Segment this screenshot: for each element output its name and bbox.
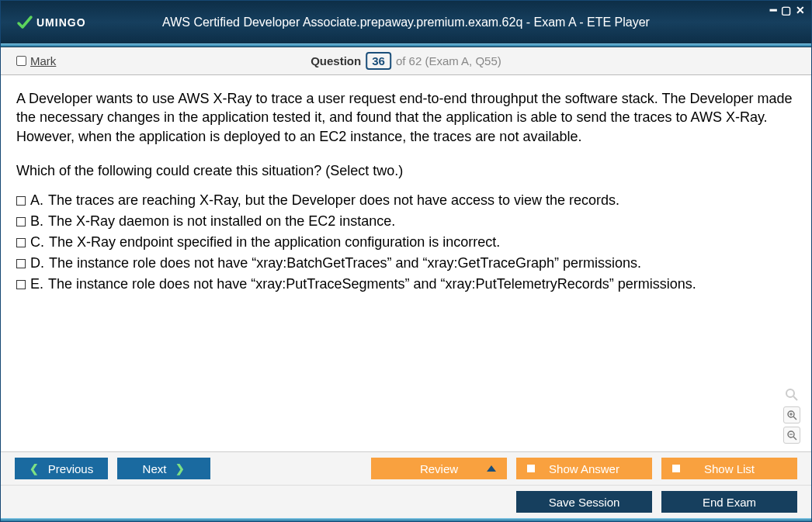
question-instruction: Which of the following could create this… (16, 163, 796, 179)
option-a[interactable]: A. The traces are reaching X-Ray, but th… (16, 190, 796, 211)
show-list-button[interactable]: Show List (661, 458, 797, 479)
stop-icon (527, 465, 535, 472)
mark-checkbox[interactable]: Mark (16, 54, 56, 67)
svg-line-1 (793, 396, 797, 400)
option-text: The instance role does not have “xray:Ba… (49, 255, 641, 271)
option-letter: D. (30, 255, 44, 271)
option-c[interactable]: C. The X-Ray endpoint specified in the a… (16, 232, 796, 253)
end-exam-button[interactable]: End Exam (661, 491, 797, 513)
mark-label: Mark (30, 54, 56, 67)
nav-bar: ❮ Previous Next ❯ Review Show Answer Sho… (1, 451, 811, 485)
maximize-button[interactable]: ▢ (781, 4, 791, 16)
checkbox-icon (16, 196, 26, 206)
question-body: A Developer wants to use AWS X-Ray to tr… (16, 89, 796, 146)
previous-label: Previous (48, 462, 93, 475)
session-bar: Save Session End Exam (1, 485, 811, 518)
svg-line-3 (793, 417, 796, 420)
chevron-right-icon: ❯ (175, 462, 185, 475)
triangle-up-icon (487, 465, 496, 472)
logo-text: UMINGO (36, 16, 86, 29)
option-e[interactable]: E. The instance role does not have “xray… (16, 274, 796, 295)
option-text: The X-Ray daemon is not installed on the… (48, 213, 395, 230)
window-controls: ━ ▢ ✕ (770, 4, 805, 16)
minimize-button[interactable]: ━ (770, 4, 776, 16)
question-of-text: of 62 (Exam A, Q55) (396, 54, 501, 67)
logo: UMINGO (16, 14, 86, 31)
show-answer-button[interactable]: Show Answer (516, 458, 652, 479)
checkbox-icon (16, 56, 26, 66)
next-label: Next (143, 462, 167, 475)
review-label: Review (420, 462, 458, 475)
logo-checkmark-icon (16, 14, 33, 31)
question-bar: Mark Question 36 of 62 (Exam A, Q55) (1, 47, 811, 75)
save-session-label: Save Session (549, 496, 620, 509)
option-b[interactable]: B. The X-Ray daemon is not installed on … (16, 211, 796, 232)
accent-divider-bottom (1, 518, 811, 521)
option-letter: E. (30, 276, 43, 292)
option-text: The traces are reaching X-Ray, but the D… (48, 192, 619, 209)
checkbox-icon (16, 217, 26, 226)
checkbox-icon (16, 238, 26, 247)
end-exam-label: End Exam (703, 496, 756, 509)
save-session-button[interactable]: Save Session (516, 491, 652, 513)
option-letter: B. (30, 213, 43, 230)
svg-point-0 (786, 389, 794, 397)
zoom-controls (783, 386, 800, 444)
question-number-input[interactable]: 36 (366, 52, 391, 70)
options-list: A. The traces are reaching X-Ray, but th… (16, 190, 796, 295)
checkbox-icon (16, 280, 26, 289)
titlebar: UMINGO AWS Certified Developer Associate… (1, 1, 811, 43)
close-button[interactable]: ✕ (796, 4, 805, 16)
checkbox-icon (16, 259, 26, 268)
option-text: The instance role does not have “xray:Pu… (48, 276, 696, 292)
show-answer-label: Show Answer (549, 462, 619, 475)
review-button[interactable]: Review (371, 458, 507, 479)
search-icon[interactable] (783, 386, 800, 403)
question-content: A Developer wants to use AWS X-Ray to tr… (1, 75, 811, 451)
option-text: The X-Ray endpoint specified in the appl… (49, 234, 500, 251)
previous-button[interactable]: ❮ Previous (15, 458, 108, 479)
stop-icon (672, 465, 680, 472)
zoom-out-button[interactable] (783, 427, 800, 444)
question-label: Question (311, 54, 361, 67)
svg-line-7 (793, 437, 796, 440)
option-letter: A. (30, 192, 43, 209)
option-d[interactable]: D. The instance role does not have “xray… (16, 253, 796, 274)
window-title: AWS Certified Developer Associate.prepaw… (162, 16, 650, 29)
show-list-label: Show List (704, 462, 755, 475)
question-indicator: Question 36 of 62 (Exam A, Q55) (311, 52, 501, 70)
option-letter: C. (30, 234, 44, 251)
chevron-left-icon: ❮ (29, 462, 39, 475)
next-button[interactable]: Next ❯ (117, 458, 210, 479)
zoom-in-button[interactable] (783, 406, 800, 423)
